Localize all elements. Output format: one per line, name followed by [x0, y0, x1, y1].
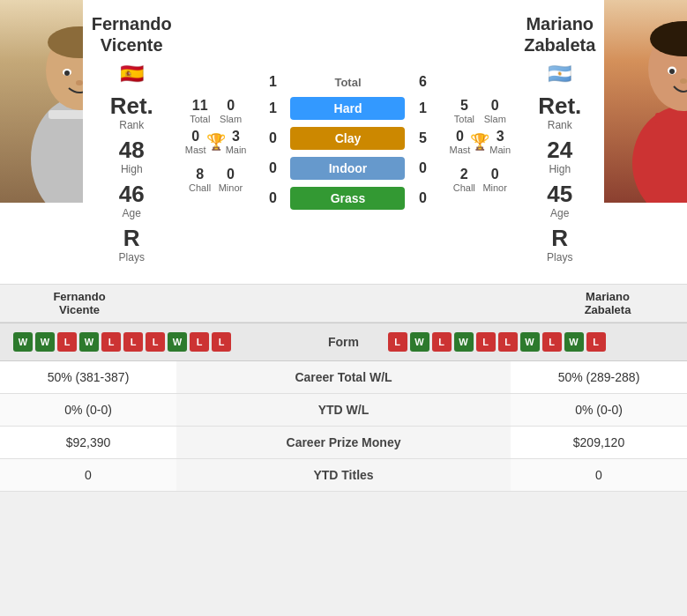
prize-label: Career Prize Money: [176, 427, 511, 459]
career-wl-row: 50% (381-387) Career Total W/L 50% (289-…: [0, 361, 687, 394]
form-badge-l: L: [498, 332, 518, 352]
form-badge-w: W: [410, 332, 429, 352]
left-rank-label: Rank: [92, 119, 172, 131]
form-badge-w: W: [35, 332, 55, 352]
left-rank-block: Ret. Rank: [92, 94, 172, 131]
right-minor: 0 Minor: [482, 167, 507, 193]
right-rank-label: Rank: [524, 119, 595, 131]
left-plays-label: Plays: [92, 251, 172, 263]
left-trophy-row: 0 Mast 🏆 3 Main: [185, 129, 247, 155]
player-comparison: Fernando Vicente 🇪🇸 Ret. Rank 48 High 46…: [0, 0, 687, 285]
hard-right: 1: [409, 100, 436, 116]
svg-point-8: [76, 80, 83, 85]
right-form-badges: LWLWLLWLWL: [388, 332, 675, 352]
right-total-slam: 5 Total 0 Slam: [449, 98, 511, 124]
form-section: WWLWLLLWLL Form LWLWLLWLWL: [0, 323, 687, 361]
form-badge-w: W: [13, 332, 33, 352]
indoor-left: 0: [259, 160, 286, 176]
right-slam: 0 Slam: [484, 98, 506, 124]
form-badge-l: L: [146, 332, 165, 352]
right-plays-block: R Plays: [524, 226, 595, 263]
total-label: Total: [286, 76, 409, 89]
hard-badge: Hard: [290, 97, 405, 120]
left-mast: 0 Mast: [185, 129, 206, 155]
right-plays-value: R: [524, 226, 595, 249]
right-chall: 2 Chall: [453, 167, 475, 193]
prize-row: $92,390 Career Prize Money $209,120: [0, 427, 687, 459]
left-plays-value: R: [92, 226, 172, 249]
right-trophy-row: 0 Mast 🏆 3 Main: [449, 129, 511, 155]
left-prize: $92,390: [0, 427, 176, 459]
svg-point-17: [680, 78, 687, 84]
form-badge-l: L: [586, 332, 606, 352]
right-rank-value: Ret.: [524, 94, 595, 117]
left-minor: 0 Minor: [219, 167, 243, 193]
right-chall-minor: 2 Chall 0 Minor: [449, 167, 511, 193]
left-high-block: 48 High: [92, 138, 172, 175]
indoor-row: 0 Indoor 0: [259, 157, 436, 180]
left-age-label: Age: [92, 207, 172, 219]
left-chall: 8 Chall: [189, 167, 211, 193]
right-plays-label: Plays: [524, 251, 595, 263]
right-player-photo: [604, 0, 687, 203]
right-age-label: Age: [524, 207, 595, 219]
svg-rect-3: [49, 110, 83, 119]
left-rank-value: Ret.: [92, 94, 172, 117]
form-badge-l: L: [476, 332, 496, 352]
grass-row: 0 Grass 0: [259, 187, 436, 210]
form-badge-l: L: [542, 332, 562, 352]
grass-badge: Grass: [290, 187, 405, 210]
svg-point-6: [64, 71, 70, 76]
form-badge-w: W: [520, 332, 540, 352]
right-rank-block: Ret. Rank: [524, 94, 595, 131]
right-total: 5 Total: [454, 98, 474, 124]
main-container: Fernando Vicente 🇪🇸 Ret. Rank 48 High 46…: [0, 0, 687, 492]
form-badge-l: L: [432, 332, 452, 352]
form-badge-l: L: [190, 332, 209, 352]
form-badge-w: W: [79, 332, 99, 352]
form-badge-w: W: [564, 332, 584, 352]
ytd-titles-label: YTD Titles: [176, 459, 511, 492]
svg-rect-12: [655, 113, 687, 123]
right-player-name: Mariano Zabaleta: [524, 13, 595, 56]
total-row: 1 Total 6: [259, 74, 436, 90]
form-badge-l: L: [123, 332, 143, 352]
left-trophy-icon: 🏆: [206, 132, 226, 152]
clay-row: 0 Clay 5: [259, 127, 436, 150]
right-high-block: 24 High: [524, 138, 595, 175]
left-player-info: Fernando Vicente 🇪🇸 Ret. Rank 48 High 46…: [83, 0, 181, 284]
indoor-right: 0: [409, 160, 436, 176]
right-name-label: Mariano Zabaleta: [528, 285, 687, 322]
right-high-value: 24: [524, 138, 595, 161]
right-trophy-icon: 🏆: [470, 132, 489, 152]
right-player-info: Mariano Zabaleta 🇦🇷 Ret. Rank 24 High 45…: [515, 0, 604, 284]
right-sub-stats: 5 Total 0 Slam 0 Mast 🏆 3 Main: [444, 0, 515, 284]
ytd-wl-row: 0% (0-0) YTD W/L 0% (0-0): [0, 394, 687, 427]
left-sub-stats: 11 Total 0 Slam 0 Mast 🏆 3 Main: [181, 0, 251, 284]
hard-left: 1: [259, 100, 286, 116]
left-total-slam: 11 Total 0 Slam: [185, 98, 247, 124]
stats-table: 50% (381-387) Career Total W/L 50% (289-…: [0, 361, 687, 492]
left-player-flag: 🇪🇸: [92, 63, 172, 85]
left-career-wl: 50% (381-387): [0, 361, 176, 394]
indoor-badge: Indoor: [290, 157, 405, 180]
right-mast: 0 Mast: [449, 129, 470, 155]
clay-badge: Clay: [290, 127, 405, 150]
grass-right: 0: [409, 190, 436, 206]
left-ytd-wl: 0% (0-0): [0, 394, 176, 427]
clay-right: 5: [409, 130, 436, 146]
hard-row: 1 Hard 1: [259, 97, 436, 120]
svg-point-15: [669, 69, 675, 74]
ytd-titles-row: 0 YTD Titles 0: [0, 459, 687, 492]
career-wl-label: Career Total W/L: [176, 361, 511, 394]
left-chall-minor: 8 Chall 0 Minor: [185, 167, 247, 193]
left-plays-block: R Plays: [92, 226, 172, 263]
left-total: 11 Total: [190, 98, 210, 124]
right-prize: $209,120: [511, 427, 687, 459]
left-form-badges: WWLWLLLWLL: [13, 332, 300, 352]
grass-left: 0: [259, 190, 286, 206]
right-ytd-titles: 0: [511, 459, 687, 492]
left-age-block: 46 Age: [92, 182, 172, 219]
left-player-name: Fernando Vicente: [92, 13, 172, 56]
left-high-label: High: [92, 163, 172, 175]
